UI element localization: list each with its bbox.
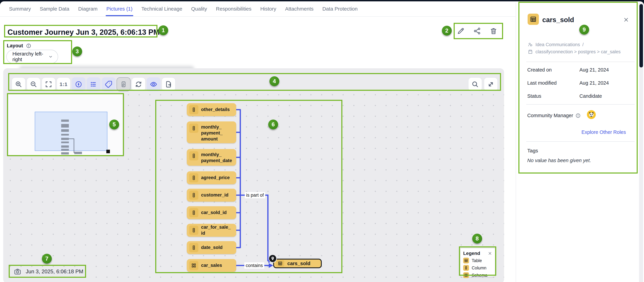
attribute-label: Created on [527,67,580,73]
node-customer-id[interactable]: customer_​id [187,189,236,202]
node-car-sales[interactable]: car_​sales [187,259,236,272]
divider [526,62,635,62]
table-icon [463,258,469,264]
node-monthly-payment-date[interactable]: monthly_​payment_​date [187,149,236,166]
tab-technical-lineage[interactable]: Technical Lineage [142,6,182,12]
attribute-row-last-modified: Last modified Aug 21, 2024 [527,80,635,86]
asset-title: cars_sold [542,16,574,24]
layout-label: Layout [7,43,23,48]
camera-icon [14,268,21,275]
attribute-label: Last modified [527,80,580,86]
node-monthly-payment-amount[interactable]: monthly_​payment_​amount [187,121,236,143]
breadcrumb-path[interactable]: classifyconnection > postgres > car_sale… [528,49,621,54]
schema-icon [463,272,469,278]
node-label: agreed_​price [201,175,230,181]
column-icon [189,226,198,235]
explore-other-roles-link[interactable]: Explore Other Roles [582,129,626,135]
column-icon [189,105,198,114]
share-button[interactable] [473,26,482,35]
layout-dropdown-value: Hierarchy left-right [12,51,45,62]
node-label: cars_sold [287,261,310,266]
legend-item-table: Table [463,258,492,264]
community-manager-row: Community Manager [527,113,635,118]
community-icon [528,42,533,47]
diagram-canvas[interactable]: 1:1 [3,68,504,282]
snapshot-time-text: Jun 3, 2025, 6:06:18 PM [26,269,83,275]
breadcrumb-path-text: classifyconnection > postgres > car_sale… [536,49,621,54]
tags-heading: Tags [527,148,538,154]
tab-bar: Summary Sample Data Diagram Pictures (1)… [0,1,516,17]
chevron-down-icon [48,54,53,59]
tab-pictures[interactable]: Pictures (1) [106,6,132,12]
node-date-sold[interactable]: date_​sold [187,241,236,254]
close-panel-button[interactable] [622,16,630,23]
node-label: car_​sold_​id [201,210,227,216]
tab-sample-data[interactable]: Sample Data [40,6,69,12]
tab-summary[interactable]: Summary [9,6,31,12]
node-label: car_​for_​sale_​id [201,224,234,236]
tab-responsibilities[interactable]: Responsibilities [216,6,251,12]
legend-label: Table [472,258,482,263]
tab-quality[interactable]: Quality [191,6,207,12]
edge-label-is-part-of: is part of [245,192,265,198]
node-other-details[interactable]: other_​details [187,103,236,116]
edit-button[interactable] [456,26,465,35]
divider [526,104,635,105]
snapshot-timestamp: Jun 3, 2025, 6:06:18 PM [14,268,83,275]
info-icon[interactable] [26,43,31,48]
column-icon [189,208,198,217]
breadcrumb-community-text: Idea Communications [536,42,580,47]
tab-attachments[interactable]: Attachments [285,6,314,12]
layout-dropdown[interactable]: Hierarchy left-right [6,50,58,64]
community-manager-avatar[interactable] [587,110,596,119]
node-car-sold-id[interactable]: car_​sold_​id [187,206,236,219]
community-manager-label: Community Manager [527,113,573,118]
node-label: date_​sold [201,245,222,251]
column-icon [189,151,198,160]
column-icon [463,265,469,271]
info-icon[interactable] [576,113,580,118]
node-label: monthly_​payment_​amount [201,124,234,142]
attribute-row-status: Status Candidate [527,93,635,99]
legend-item-schema: Schema [463,272,492,278]
scrollbar-thumb[interactable] [640,4,643,67]
node-cars-sold[interactable]: cars_sold [273,259,322,268]
close-icon[interactable] [488,251,492,256]
legend-label: Column [472,266,486,271]
edge-label-contains: contains [244,263,264,269]
tab-data-protection[interactable]: Data Protection [322,6,358,12]
tags-empty-text: No value has been given yet. [527,158,591,163]
node-car-for-sale-id[interactable]: car_​for_​sale_​id [187,224,236,237]
legend-title: Legend [463,251,480,256]
column-icon [189,124,198,133]
tab-diagram[interactable]: Diagram [78,6,98,12]
breadcrumb-community[interactable]: Idea Communications / [528,42,584,47]
divider [526,141,635,142]
column-icon [189,173,198,182]
attribute-label: Status [527,93,580,99]
node-label: customer_​id [201,192,228,198]
attribute-row-created-on: Created on Aug 21, 2024 [527,67,635,73]
node-label: monthly_​payment_​date [201,152,234,164]
header-actions [456,26,498,35]
node-label: other_​details [201,107,230,113]
node-agreed-price[interactable]: agreed_​price [187,171,236,184]
schema-icon [189,261,198,270]
column-icon [189,243,198,252]
page-title: Customer Journey Jun 3, 2025, 6:06:13 PM [8,28,160,36]
diagram-edges [3,68,504,282]
location-pin-icon [269,255,276,262]
database-box-icon [528,49,533,54]
attribute-value: Candidate [580,93,602,99]
legend-panel: Legend Table Column Schema [460,248,495,277]
delete-button[interactable] [489,26,498,35]
attribute-value: Aug 21, 2024 [580,80,609,86]
app-window: Summary Sample Data Diagram Pictures (1)… [0,1,644,282]
table-icon [528,14,539,25]
table-icon [276,260,284,267]
attribute-value: Aug 21, 2024 [580,67,609,73]
tab-history[interactable]: History [260,6,276,12]
legend-item-column: Column [463,265,492,271]
node-label: car_​sales [201,263,222,268]
column-icon [189,191,198,200]
